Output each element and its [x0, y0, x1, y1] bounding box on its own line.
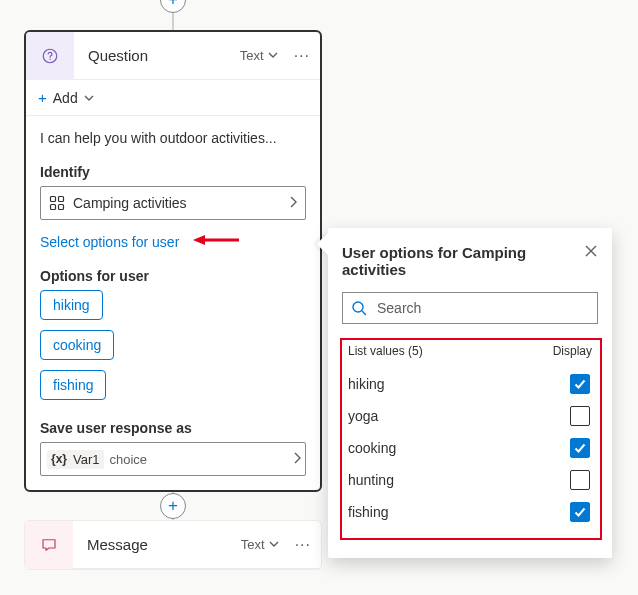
svg-line-9: [362, 311, 366, 315]
options-label: Options for user: [40, 268, 306, 284]
question-icon: [26, 32, 74, 80]
message-type-dropdown[interactable]: Text: [241, 537, 285, 552]
select-options-link[interactable]: Select options for user: [40, 234, 179, 250]
display-toggle-cooking[interactable]: [570, 438, 590, 458]
svg-rect-3: [59, 197, 64, 202]
svg-point-8: [353, 302, 363, 312]
search-icon: [351, 300, 367, 316]
message-more-menu[interactable]: ···: [285, 536, 321, 554]
list-values-header: List values (5): [348, 344, 538, 358]
list-item: cooking: [348, 432, 594, 464]
chevron-right-icon: [293, 451, 301, 467]
list-item: yoga: [348, 400, 594, 432]
message-card: Message Text ···: [24, 520, 322, 570]
list-item: hunting: [348, 464, 594, 496]
list-item: hiking: [348, 368, 594, 400]
annotation-arrow-icon: [193, 233, 239, 247]
popover-title: User options for Camping activities: [342, 244, 584, 278]
svg-point-1: [49, 58, 50, 59]
chevron-down-icon: [268, 48, 278, 63]
chevron-down-icon: [84, 90, 94, 106]
highlight-annotation: List values (5) Display hiking yoga cook…: [340, 338, 602, 540]
variable-icon: {x}: [51, 452, 67, 466]
close-button[interactable]: [584, 244, 598, 261]
variable-badge: {x} Var1: [47, 450, 104, 469]
entity-picker[interactable]: Camping activities: [40, 186, 306, 220]
display-toggle-yoga[interactable]: [570, 406, 590, 426]
chevron-down-icon: [269, 537, 279, 552]
plus-icon: +: [38, 89, 47, 106]
display-toggle-hiking[interactable]: [570, 374, 590, 394]
display-header: Display: [538, 344, 594, 358]
question-more-menu[interactable]: ···: [284, 47, 320, 65]
display-toggle-hunting[interactable]: [570, 470, 590, 490]
add-node-top[interactable]: +: [160, 0, 186, 13]
search-input[interactable]: [342, 292, 598, 324]
question-message[interactable]: I can help you with outdoor activities..…: [40, 130, 306, 146]
option-chip-hiking[interactable]: hiking: [40, 290, 103, 320]
svg-rect-4: [51, 205, 56, 210]
svg-marker-7: [193, 235, 205, 245]
question-header: Question Text ···: [26, 32, 320, 80]
entity-icon: [49, 195, 65, 211]
add-node-between[interactable]: +: [160, 493, 186, 519]
add-row[interactable]: + Add: [26, 80, 320, 116]
list-item: fishing: [348, 496, 594, 528]
option-chip-fishing[interactable]: fishing: [40, 370, 106, 400]
entity-name: Camping activities: [73, 195, 187, 211]
variable-type: choice: [110, 452, 148, 467]
message-icon: [25, 521, 73, 569]
message-title: Message: [73, 536, 241, 553]
svg-rect-5: [59, 205, 64, 210]
identify-label: Identify: [40, 164, 306, 180]
svg-rect-2: [51, 197, 56, 202]
display-toggle-fishing[interactable]: [570, 502, 590, 522]
message-header: Message Text ···: [25, 521, 321, 569]
chevron-right-icon: [289, 195, 297, 211]
save-label: Save user response as: [40, 420, 306, 436]
variable-picker[interactable]: {x} Var1 choice: [40, 442, 306, 476]
question-title: Question: [74, 47, 240, 64]
question-card: Question Text ··· + Add I can help you w…: [24, 30, 322, 492]
options-popover: User options for Camping activities List…: [328, 228, 612, 558]
option-chip-cooking[interactable]: cooking: [40, 330, 114, 360]
question-type-dropdown[interactable]: Text: [240, 48, 284, 63]
